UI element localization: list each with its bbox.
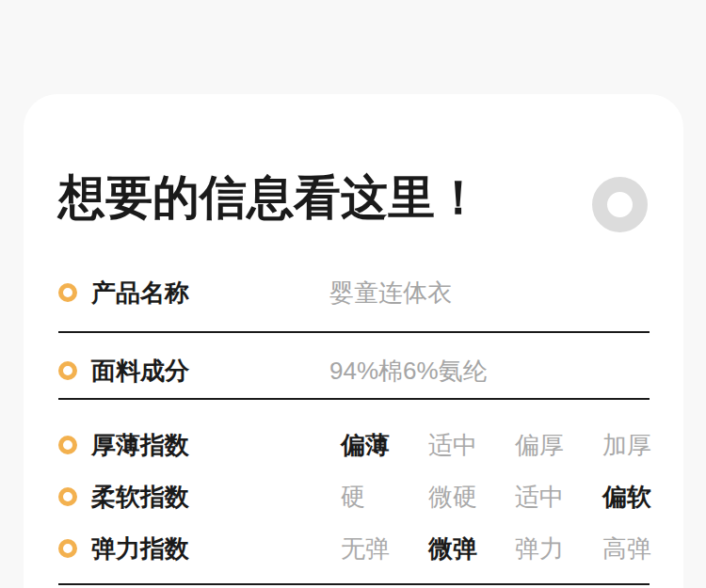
index-option: 高弹: [602, 532, 651, 565]
section-title: 想要的信息看这里！: [58, 169, 482, 226]
index-option: 加厚: [602, 429, 651, 462]
index-option: 适中: [515, 481, 602, 514]
index-option: 偏厚: [515, 429, 602, 462]
index-row-softness: 柔软指数 硬 微硬 适中 偏软: [58, 483, 650, 511]
index-label: 厚薄指数: [91, 429, 189, 462]
divider: [58, 398, 650, 400]
index-option: 弹力: [515, 532, 602, 565]
index-option: 偏软: [602, 481, 651, 514]
index-option: 适中: [428, 429, 515, 462]
bullet-ring-icon: [58, 283, 77, 302]
info-row-product-name: 产品名称 婴童连体衣: [58, 278, 650, 307]
info-value: 94%棉6%氨纶: [329, 355, 488, 388]
index-scale: 硬 微硬 适中 偏软: [341, 481, 650, 514]
divider: [58, 331, 650, 333]
index-option: 硬: [341, 481, 428, 514]
index-option: 微硬: [428, 481, 515, 514]
info-row-fabric-composition: 面料成分 94%棉6%氨纶: [58, 357, 650, 385]
index-row-elasticity: 弹力指数 无弹 微弹 弹力 高弹: [58, 534, 650, 563]
index-scale: 无弹 微弹 弹力 高弹: [341, 532, 650, 565]
index-option: 无弹: [341, 532, 428, 565]
bullet-ring-icon: [58, 361, 77, 380]
info-label: 产品名称: [91, 277, 189, 310]
divider: [58, 583, 650, 585]
index-label: 柔软指数: [91, 481, 189, 514]
bullet-ring-icon: [58, 487, 77, 506]
index-option: 偏薄: [341, 429, 428, 462]
ring-decoration-icon: [592, 177, 648, 232]
bullet-ring-icon: [58, 539, 77, 558]
index-scale: 偏薄 适中 偏厚 加厚: [341, 429, 650, 462]
bullet-ring-icon: [58, 436, 77, 454]
index-row-thickness: 厚薄指数 偏薄 适中 偏厚 加厚: [58, 431, 650, 459]
index-option: 微弹: [428, 532, 515, 565]
product-info-card: 想要的信息看这里！ 产品名称 婴童连体衣 面料成分 94%棉6%氨纶 厚薄指数 …: [24, 94, 683, 588]
info-value: 婴童连体衣: [329, 277, 452, 310]
info-label: 面料成分: [91, 355, 189, 388]
index-label: 弹力指数: [91, 532, 189, 565]
